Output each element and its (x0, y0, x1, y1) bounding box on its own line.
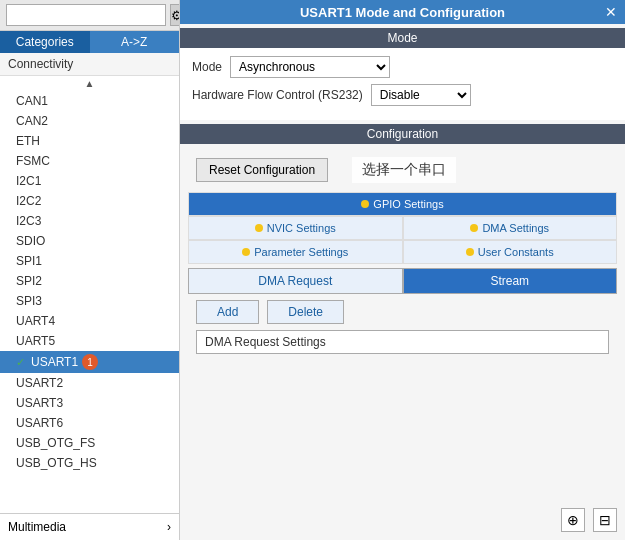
tab-param-label: Parameter Settings (254, 246, 348, 258)
dma-request-settings: DMA Request Settings (196, 330, 609, 354)
dma-request-tab[interactable]: DMA Request (188, 268, 403, 294)
sidebar-item-can1[interactable]: CAN1 (0, 91, 179, 111)
hw-flow-row: Hardware Flow Control (RS232) Disable (192, 84, 613, 106)
sidebar-item-usbotgfs[interactable]: USB_OTG_FS (0, 433, 179, 453)
gear-button[interactable]: ⚙ (170, 4, 180, 26)
main-title: USART1 Mode and Configuration (300, 5, 505, 20)
tab-bar: Categories A->Z (0, 31, 179, 53)
check-icon: ✓ (16, 356, 25, 369)
tab-nvic-settings[interactable]: NVIC Settings (188, 216, 403, 240)
mode-section-header: Mode (180, 28, 625, 48)
dma-row: DMA Request Stream (188, 268, 617, 294)
sidebar-item-usart6[interactable]: USART6 (0, 413, 179, 433)
gpio-dot (361, 200, 369, 208)
param-dot (242, 248, 250, 256)
section-connectivity: Connectivity (0, 53, 179, 76)
user-dot (466, 248, 474, 256)
sidebar-item-uart5[interactable]: UART5 (0, 331, 179, 351)
tab-user-label: User Constants (478, 246, 554, 258)
main-panel: USART1 Mode and Configuration ✕ Mode Mod… (180, 0, 625, 540)
sidebar-item-i2c1[interactable]: I2C1 (0, 171, 179, 191)
sidebar-item-spi3[interactable]: SPI3 (0, 291, 179, 311)
sidebar-item-spi2[interactable]: SPI2 (0, 271, 179, 291)
sidebar-item-usart2[interactable]: USART2 (0, 373, 179, 393)
zoom-in-button[interactable]: ⊕ (561, 508, 585, 532)
title-bar: USART1 Mode and Configuration ✕ (180, 0, 625, 24)
mode-label: Mode (192, 60, 222, 74)
add-button[interactable]: Add (196, 300, 259, 324)
config-tabs: GPIO Settings NVIC Settings DMA Settings (188, 192, 617, 264)
mode-section: Mode Asynchronous Hardware Flow Control … (180, 48, 625, 120)
overlay-text: 选择一个串口 (352, 157, 456, 183)
badge: 1 (82, 354, 98, 370)
collapse-arrow[interactable]: ▲ (0, 76, 179, 91)
sidebar-item-usbotghs[interactable]: USB_OTG_HS (0, 453, 179, 473)
sidebar: ⚙ Categories A->Z Connectivity ▲ CAN1CAN… (0, 0, 180, 540)
sidebar-item-sdio[interactable]: SDIO (0, 231, 179, 251)
sidebar-list: CAN1CAN2ETHFSMCI2C1I2C2I2C3SDIOSPI1SPI2S… (0, 91, 179, 513)
stream-tab[interactable]: Stream (403, 268, 618, 294)
multimedia-label: Multimedia (8, 520, 66, 534)
tab-dma-label: DMA Settings (482, 222, 549, 234)
close-button[interactable]: ✕ (605, 4, 617, 20)
config-section-header: Configuration (180, 124, 625, 144)
tab-az[interactable]: A->Z (90, 31, 180, 53)
tab-nvic-label: NVIC Settings (267, 222, 336, 234)
search-input[interactable] (6, 4, 166, 26)
dma-request-settings-label: DMA Request Settings (205, 335, 326, 349)
bottom-bar: ⊕ ⊟ (561, 508, 617, 532)
multimedia-arrow: › (167, 520, 171, 534)
tab-user-constants[interactable]: User Constants (403, 240, 618, 264)
hw-flow-label: Hardware Flow Control (RS232) (192, 88, 363, 102)
tab-parameter-settings[interactable]: Parameter Settings (188, 240, 403, 264)
reset-config-button[interactable]: Reset Configuration (196, 158, 328, 182)
sidebar-item-spi1[interactable]: SPI1 (0, 251, 179, 271)
tab-dma-settings[interactable]: DMA Settings (403, 216, 618, 240)
sidebar-item-can2[interactable]: CAN2 (0, 111, 179, 131)
sidebar-item-label: USART1 (31, 355, 78, 369)
main-wrapper: USART1 Mode and Configuration ✕ Mode Mod… (180, 0, 625, 540)
config-section: Reset Configuration 选择一个串口 GPIO Settings (180, 148, 625, 354)
sidebar-item-uart4[interactable]: UART4 (0, 311, 179, 331)
tab-categories[interactable]: Categories (0, 31, 90, 53)
delete-button[interactable]: Delete (267, 300, 344, 324)
search-bar: ⚙ (0, 0, 179, 31)
action-row: Add Delete (188, 294, 617, 330)
sidebar-item-usart1[interactable]: ✓USART11 (0, 351, 179, 373)
sidebar-bottom-multimedia[interactable]: Multimedia › (0, 513, 179, 540)
hw-flow-select[interactable]: Disable (371, 84, 471, 106)
sidebar-item-fsmc[interactable]: FSMC (0, 151, 179, 171)
mode-row: Mode Asynchronous (192, 56, 613, 78)
mode-select[interactable]: Asynchronous (230, 56, 390, 78)
sidebar-item-eth[interactable]: ETH (0, 131, 179, 151)
dma-settings-dot (470, 224, 478, 232)
sidebar-item-i2c2[interactable]: I2C2 (0, 191, 179, 211)
sidebar-item-i2c3[interactable]: I2C3 (0, 211, 179, 231)
tab-gpio-settings[interactable]: GPIO Settings (188, 192, 617, 216)
tab-gpio-label: GPIO Settings (373, 198, 443, 210)
zoom-out-button[interactable]: ⊟ (593, 508, 617, 532)
nvic-dot (255, 224, 263, 232)
sidebar-item-usart3[interactable]: USART3 (0, 393, 179, 413)
